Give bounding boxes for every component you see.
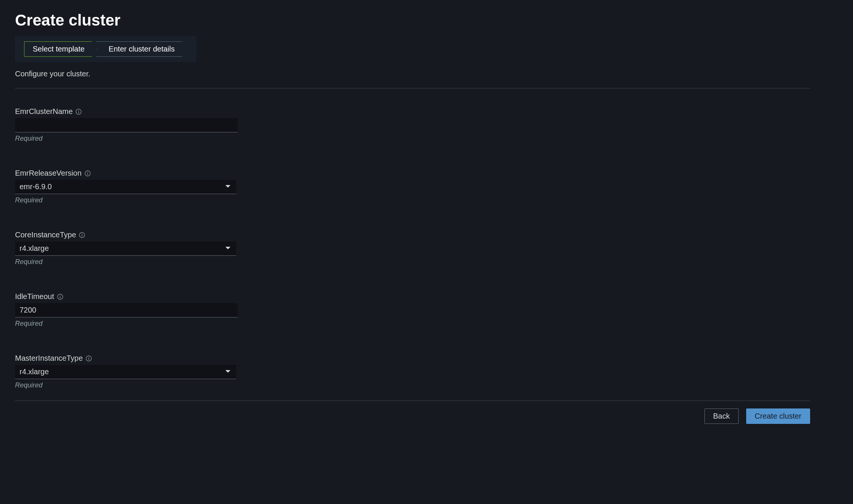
- info-icon[interactable]: [57, 294, 63, 300]
- page-title: Create cluster: [15, 11, 838, 29]
- wizard-step-select-template[interactable]: Select template: [24, 41, 97, 57]
- wizard-step-enter-details[interactable]: Enter cluster details: [96, 41, 187, 57]
- svg-rect-11: [60, 296, 61, 298]
- svg-point-13: [88, 357, 89, 358]
- svg-rect-2: [79, 111, 79, 113]
- page-subtitle: Configure your cluster.: [15, 70, 810, 78]
- info-icon[interactable]: [85, 170, 91, 176]
- release-version-label: EmrReleaseVersion: [15, 169, 82, 178]
- cluster-name-label: EmrClusterName: [15, 107, 73, 116]
- svg-rect-5: [87, 173, 88, 175]
- info-icon[interactable]: [76, 109, 82, 115]
- field-group-core-instance-type: CoreInstanceType r4.xlarge Required: [15, 231, 810, 266]
- cluster-name-input[interactable]: [15, 118, 238, 132]
- wizard-steps: Select template Enter cluster details: [15, 36, 196, 62]
- core-instance-type-select[interactable]: r4.xlarge: [15, 241, 236, 256]
- divider-top: [15, 88, 810, 88]
- idle-timeout-input[interactable]: [15, 303, 238, 317]
- divider-bottom: [15, 401, 810, 401]
- release-version-select[interactable]: emr-6.9.0: [15, 180, 236, 194]
- core-instance-type-label: CoreInstanceType: [15, 231, 76, 239]
- footer-actions: Back Create cluster: [15, 408, 810, 424]
- field-group-master-instance-type: MasterInstanceType r4.xlarge Required: [15, 354, 810, 389]
- info-icon[interactable]: [79, 232, 85, 238]
- field-group-cluster-name: EmrClusterName Required: [15, 107, 810, 143]
- svg-point-4: [87, 172, 88, 173]
- master-instance-type-label: MasterInstanceType: [15, 354, 83, 363]
- svg-point-1: [78, 110, 79, 111]
- back-button[interactable]: Back: [704, 408, 738, 424]
- svg-rect-8: [82, 235, 83, 237]
- create-cluster-button[interactable]: Create cluster: [746, 408, 811, 424]
- svg-point-10: [60, 295, 61, 296]
- idle-timeout-helper: Required: [15, 320, 810, 328]
- core-instance-type-helper: Required: [15, 258, 810, 266]
- cluster-name-helper: Required: [15, 135, 810, 143]
- master-instance-type-helper: Required: [15, 381, 810, 389]
- field-group-release-version: EmrReleaseVersion emr-6.9.0 Required: [15, 169, 810, 204]
- svg-point-7: [82, 234, 82, 234]
- info-icon[interactable]: [86, 355, 92, 361]
- svg-rect-14: [88, 358, 89, 360]
- master-instance-type-select[interactable]: r4.xlarge: [15, 365, 236, 379]
- idle-timeout-label: IdleTimeout: [15, 292, 54, 301]
- field-group-idle-timeout: IdleTimeout Required: [15, 292, 810, 328]
- release-version-helper: Required: [15, 196, 810, 204]
